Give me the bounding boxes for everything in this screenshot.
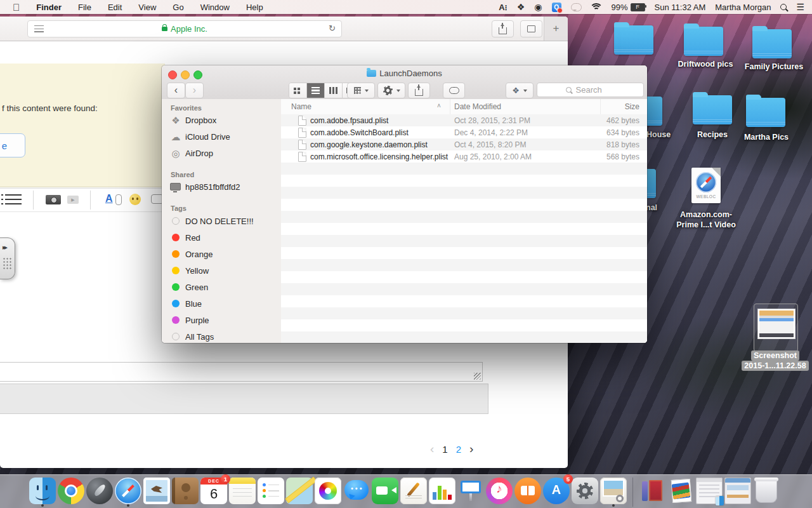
eye-status-icon[interactable]: ◉	[534, 1, 542, 13]
resize-grip-icon[interactable]	[474, 373, 481, 380]
video-icon[interactable]: ▶	[67, 196, 79, 204]
desktop-label-martha[interactable]: Martha Pics	[736, 133, 797, 142]
q-app-status-icon[interactable]: Q	[552, 3, 561, 12]
desktop-screenshot-selected[interactable]	[754, 304, 798, 352]
menubar-menu-view[interactable]: View	[138, 3, 156, 12]
dock-reminders[interactable]	[258, 478, 284, 504]
partial-button[interactable]: e	[0, 133, 25, 157]
dock-mail[interactable]	[143, 478, 170, 504]
dropbox-status-icon[interactable]: ❖	[517, 1, 525, 13]
icon-view-button[interactable]	[289, 83, 307, 98]
dock-itunes[interactable]	[486, 478, 513, 504]
sidebar-item-airdrop[interactable]: ◎AirDrop	[162, 146, 281, 160]
reload-icon[interactable]: ↻	[329, 23, 336, 33]
dock-ibooks[interactable]	[514, 478, 541, 504]
sidebar-tag-purple[interactable]: Purple	[162, 313, 281, 327]
battery-indicator[interactable]: 99% Ϝ	[612, 1, 645, 13]
extension-sidebar-handle[interactable]: ▸▸	[0, 237, 15, 279]
menubar-menu-file[interactable]: File	[78, 3, 91, 12]
attachment-icon[interactable]	[115, 194, 122, 205]
sidebar-item-shared-computer[interactable]: hp8851fbffdfd2	[162, 180, 281, 194]
menubar-user[interactable]: Martha Morgan	[715, 3, 771, 12]
sidebar-tag-green[interactable]: Green	[162, 280, 281, 294]
desktop-label-partial[interactable]: nal	[646, 203, 657, 212]
sidebar-tag-red[interactable]: Red	[162, 231, 281, 244]
menubar-menu-go[interactable]: Go	[173, 3, 183, 12]
search-input[interactable]	[575, 84, 615, 95]
menubar-menu-window[interactable]: Window	[200, 3, 230, 12]
column-header-name[interactable]: Name	[291, 102, 311, 111]
dock-messages[interactable]	[343, 478, 370, 504]
chat-bubble-status-icon[interactable]	[571, 1, 582, 13]
camera-icon[interactable]	[46, 195, 61, 204]
desktop-label-house[interactable]: House	[646, 130, 671, 139]
file-row[interactable]: com.google.keystone.daemon.plist Oct 4, …	[281, 138, 647, 150]
list-view-button[interactable]	[307, 83, 325, 98]
dock-books-stack[interactable]	[667, 478, 694, 504]
dock-finder[interactable]	[29, 478, 56, 504]
forward-button[interactable]: ›	[185, 83, 204, 98]
desktop-folder-driftwood[interactable]	[684, 27, 723, 56]
dock-photos[interactable]	[315, 478, 341, 504]
sidebar-item-dropbox[interactable]: ❖Dropbox	[162, 113, 281, 127]
desktop-label-recipes[interactable]: Recipes	[693, 130, 732, 139]
menubar-menu-edit[interactable]: Edit	[108, 3, 122, 12]
wifi-icon[interactable]	[591, 3, 602, 11]
sidebar-tag-yellow[interactable]: Yellow	[162, 264, 281, 277]
notification-center-icon[interactable]: ☰	[796, 1, 804, 13]
sidebar-tag-all-tags[interactable]: All Tags	[162, 330, 281, 343]
column-header-date[interactable]: Date Modified	[454, 102, 501, 111]
reply-textarea[interactable]	[0, 362, 483, 382]
dock-system-preferences[interactable]	[572, 478, 598, 504]
dock-keynote[interactable]	[457, 478, 484, 504]
dock-trash[interactable]	[756, 479, 777, 503]
dock-facetime[interactable]	[372, 478, 398, 504]
action-button[interactable]	[377, 83, 405, 98]
dock-documents-stack[interactable]	[639, 478, 665, 504]
dock-numbers[interactable]	[429, 478, 455, 504]
share-button[interactable]	[492, 20, 514, 37]
sidebar-tag-orange[interactable]: Orange	[162, 247, 281, 261]
page-next-icon[interactable]: ›	[469, 442, 473, 456]
reader-icon[interactable]	[34, 25, 44, 32]
dock-appstore[interactable]: 5	[543, 478, 570, 504]
spotlight-search-icon[interactable]	[780, 1, 787, 13]
menubar-menu-finder[interactable]: Finder	[36, 3, 62, 12]
dock-minimized-window-2[interactable]	[724, 478, 751, 504]
finder-share-button[interactable]	[408, 83, 430, 98]
desktop-label-screenshot-2[interactable]: 2015-1...11.22.58	[731, 359, 812, 371]
dock-preview[interactable]	[600, 478, 627, 504]
sidebar-tag-blue[interactable]: Blue	[162, 297, 281, 311]
desktop-folder-family[interactable]	[752, 29, 792, 58]
sidebar-tag-do-no-delete[interactable]: DO NO DELETE!!!	[162, 214, 281, 228]
dock-pages[interactable]	[400, 478, 427, 504]
dropbox-menu-button[interactable]: ❖	[506, 83, 534, 98]
desktop-label-webloc-2[interactable]: Prime I...t Video	[669, 220, 743, 229]
ordered-list-icon[interactable]	[5, 194, 22, 204]
dock-minimized-window-1[interactable]	[696, 478, 723, 504]
dock-maps[interactable]	[286, 478, 313, 504]
dock-calendar[interactable]: DEC 6 1	[200, 478, 227, 504]
sidebar-item-icloud-drive[interactable]: ☁iCloud Drive	[162, 130, 281, 144]
finder-search-field[interactable]	[537, 83, 644, 97]
dock-notes[interactable]	[229, 478, 256, 504]
apple-menu-icon[interactable]: 	[13, 2, 20, 13]
file-row[interactable]: com.microsoft.office.licensing.helper.pl…	[281, 150, 647, 163]
dock-contacts[interactable]	[172, 478, 199, 504]
new-tab-button[interactable]: +	[544, 17, 568, 41]
dock-safari[interactable]	[115, 478, 141, 504]
desktop-folder-recipes[interactable]	[693, 95, 732, 124]
desktop-label-webloc-1[interactable]: Amazon.com-	[674, 210, 738, 219]
adobe-cc-icon[interactable]: A⁝	[499, 1, 508, 13]
file-row[interactable]: com.adobe.fpsaud.plist Oct 28, 2015, 2:3…	[281, 114, 647, 126]
desktop-webloc-amazon[interactable]: WEBLOC	[691, 168, 721, 203]
menubar-menu-help[interactable]: Help	[246, 3, 263, 12]
emoji-icon[interactable]	[129, 194, 141, 205]
finder-titlebar[interactable]: LaunchDaemons ‹ › ❖	[162, 65, 647, 100]
show-all-tabs-button[interactable]	[520, 20, 542, 37]
arrange-button[interactable]	[347, 83, 375, 98]
text-format-icon[interactable]: A	[105, 193, 113, 204]
tags-button[interactable]	[443, 83, 465, 98]
desktop-folder-martha[interactable]	[746, 98, 785, 127]
page-1-link[interactable]: 1	[442, 444, 447, 455]
